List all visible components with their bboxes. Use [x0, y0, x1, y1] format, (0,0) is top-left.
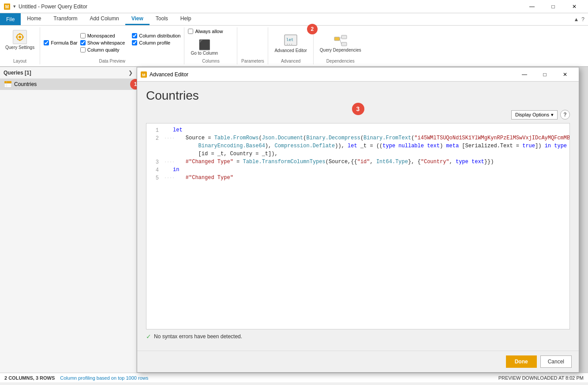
countries-label: Countries	[14, 81, 37, 87]
dialog-maximize-button[interactable]: □	[535, 67, 555, 82]
line-num-1: 1	[146, 127, 164, 135]
svg-rect-5	[19, 39, 20, 41]
advanced-content: let ... Advanced Editor	[272, 28, 309, 64]
tab-help[interactable]: Help	[174, 13, 198, 25]
code-line-4: 4 in	[146, 167, 569, 175]
query-dependencies-label: Query Dependencies	[320, 48, 361, 52]
sidebar-header: Queries [1] ❯	[0, 67, 136, 78]
columns-group-label: Columns	[184, 59, 237, 64]
query-dependencies-button[interactable]: Query Dependencies	[317, 32, 364, 54]
maximize-button[interactable]: □	[543, 0, 563, 13]
line-num-2b	[146, 143, 164, 151]
badge-3-container: 3	[352, 103, 364, 115]
display-options-button[interactable]: Display Options ▾	[511, 110, 558, 120]
advanced-editor-dialog: M Advanced Editor — □ ✕ 3 Countries	[137, 67, 579, 373]
tab-home[interactable]: Home	[21, 13, 47, 25]
column-quality-checkbox[interactable]: Column quality	[80, 47, 125, 52]
always-allow-input[interactable]	[188, 29, 193, 34]
column-distribution-checkbox[interactable]: Column distribution	[132, 33, 180, 38]
close-button[interactable]: ✕	[564, 0, 584, 13]
line-num-5: 5	[146, 175, 164, 183]
app-icon: M	[4, 3, 11, 10]
help-icon[interactable]: ?	[581, 16, 584, 22]
parameters-content	[241, 28, 264, 64]
dialog-body: 3 Countries Display Options ▾ ? 1	[137, 82, 579, 351]
check-col-1: Monospaced Show whitespace Column qualit…	[80, 33, 125, 53]
sidebar-item-countries[interactable]: Countries 1	[0, 78, 136, 90]
tab-view[interactable]: View	[125, 13, 150, 25]
column-quality-input[interactable]	[80, 47, 86, 52]
tab-transform[interactable]: Transform	[47, 13, 83, 25]
column-profile-checkbox[interactable]: Column profile	[132, 40, 180, 45]
dialog-minimize-button[interactable]: —	[514, 67, 535, 82]
always-allow-checkbox[interactable]: Always allow	[188, 29, 223, 34]
dialog-help-button[interactable]: ?	[560, 110, 570, 120]
dropdown-arrow-icon: ▾	[551, 112, 554, 118]
tab-tools[interactable]: Tools	[150, 13, 174, 25]
dialog-status-text: No syntax errors have been detected.	[154, 333, 242, 340]
svg-rect-17	[4, 81, 11, 83]
line-content-1: let	[173, 127, 569, 135]
column-distribution-input[interactable]	[132, 33, 137, 38]
status-profile: Column profiling based on top 1000 rows	[60, 375, 148, 381]
svg-text:M: M	[5, 4, 9, 9]
ribbon-group-advanced: let ... Advanced Editor Advanced 2	[268, 27, 313, 64]
done-button[interactable]: Done	[506, 355, 537, 368]
ribbon-group-dependencies: Query Dependencies Dependencies	[314, 27, 367, 64]
advanced-group-label: Advanced	[268, 59, 313, 64]
svg-line-15	[340, 39, 341, 44]
code-line-5: 5 ···· #"Changed Type"	[146, 175, 569, 183]
bottom-status-bar: 2 COLUMNS, 3 ROWS Column profiling based…	[0, 373, 588, 382]
always-allow-label: Always allow	[195, 29, 223, 34]
dialog-titlebar: M Advanced Editor — □ ✕	[137, 67, 579, 82]
column-profile-input[interactable]	[132, 40, 137, 45]
advanced-editor-button[interactable]: let ... Advanced Editor	[272, 31, 309, 55]
minimize-button[interactable]: —	[522, 0, 542, 13]
quick-access: ▾	[13, 4, 16, 9]
status-columns: 2 COLUMNS, 3 ROWS	[4, 375, 55, 381]
svg-point-3	[19, 36, 21, 38]
svg-rect-4	[19, 33, 20, 35]
dialog-footer: Done Cancel	[137, 351, 579, 372]
line-num-2c	[146, 151, 164, 159]
check-col-2: Column distribution Column profile	[132, 33, 180, 53]
line-num-4: 4	[146, 167, 164, 175]
monospaced-checkbox[interactable]: Monospaced	[80, 33, 125, 38]
query-dependencies-icon	[333, 34, 348, 48]
ribbon-group-data-preview: Formula Bar Monospaced Show whitespace	[40, 27, 184, 64]
goto-column-button[interactable]: ⬛ Go to Column	[188, 37, 221, 57]
show-whitespace-checkbox[interactable]: Show whitespace	[80, 40, 125, 45]
code-line-2c: [id = _t, Country = _t]),	[146, 151, 569, 159]
sidebar: Queries [1] ❯ Countries 1	[0, 67, 137, 373]
svg-line-14	[340, 37, 341, 39]
line-content-2b: BinaryEncoding.Base64), Compression.Defl…	[173, 143, 570, 151]
show-whitespace-input[interactable]	[80, 40, 86, 45]
parameters-label: Parameters	[237, 59, 268, 64]
code-editor[interactable]: 1 let 2 ···· Source = Table.FromRows(Jso…	[146, 123, 570, 329]
ribbon-collapse-icon[interactable]: ▲	[573, 16, 579, 22]
dialog-close-button[interactable]: ✕	[555, 67, 575, 82]
queries-label: Queries [1]	[4, 70, 31, 76]
collapse-button[interactable]: ❯	[128, 70, 133, 76]
advanced-editor-icon: let ...	[284, 33, 298, 47]
formula-bar-input[interactable]	[44, 40, 49, 45]
line-content-2c: [id = _t, Country = _t]),	[173, 151, 569, 159]
window-controls: — □ ✕	[522, 0, 584, 13]
title-bar: M ▾ Untitled - Power Query Editor — □ ✕	[0, 0, 588, 13]
monospaced-input[interactable]	[80, 33, 86, 38]
query-settings-label: Query Settings	[5, 45, 34, 50]
query-settings-icon[interactable]	[13, 30, 27, 44]
ribbon-content: Query Settings Layout Formula Bar	[0, 26, 588, 66]
svg-rect-7	[22, 37, 24, 37]
display-options-label: Display Options	[515, 112, 549, 117]
data-preview-content: Formula Bar Monospaced Show whitespace	[44, 28, 180, 64]
ribbon-group-layout: Query Settings Layout	[0, 27, 40, 64]
formula-bar-checkbox[interactable]: Formula Bar	[44, 40, 78, 45]
tab-add-column[interactable]: Add Column	[84, 13, 125, 25]
dialog-window-controls: — □ ✕	[514, 67, 575, 82]
line-content-4: in	[173, 167, 569, 175]
cancel-button[interactable]: Cancel	[540, 355, 572, 368]
tab-file[interactable]: File	[0, 13, 21, 25]
svg-rect-13	[341, 42, 347, 46]
dialog-title-text: Advanced Editor	[150, 71, 512, 78]
